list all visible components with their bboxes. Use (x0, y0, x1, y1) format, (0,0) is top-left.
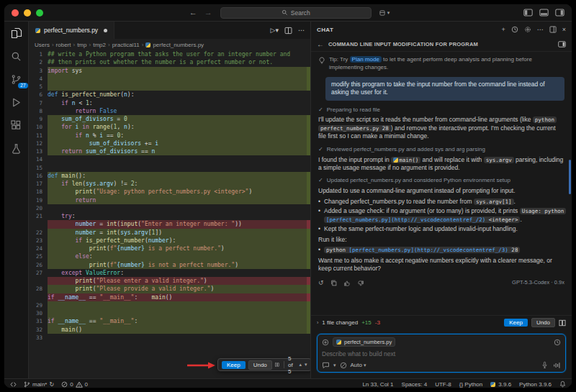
forward-icon[interactable]: → (201, 9, 216, 17)
mode-chevron-icon[interactable]: ▾ (333, 363, 336, 368)
keep-button[interactable]: Keep (222, 361, 246, 369)
profile-button[interactable]: ▾ (376, 9, 393, 17)
history-icon[interactable] (511, 26, 518, 33)
panel-layout-icon[interactable] (558, 41, 566, 47)
python-interpreter[interactable]: 3.9.6 (490, 381, 511, 388)
editor-more-icon[interactable]: ⋯ (298, 27, 305, 34)
code-line[interactable]: 32 main() (29, 326, 310, 334)
code-line[interactable]: 22 number = int(sys.argv[1]) (29, 229, 310, 237)
breadcrumb-item[interactable]: tmp (77, 42, 86, 48)
code-line[interactable]: 4 (29, 75, 310, 83)
expand-changes-icon[interactable]: › (317, 320, 318, 325)
chat-prompt-input[interactable] (322, 349, 561, 359)
code-line[interactable]: number = int(input("Enter an integer num… (29, 220, 310, 228)
code-line[interactable]: 19 return (29, 196, 310, 204)
back-icon[interactable]: ← (186, 9, 201, 17)
code-line[interactable]: 25 else: (29, 252, 310, 260)
source-control-icon[interactable]: 27 (8, 72, 25, 86)
code-line[interactable]: 12 sum_of_divisors += i (29, 140, 310, 147)
add-context-icon[interactable] (322, 339, 329, 346)
code-line[interactable]: 27 except ValueError: (29, 269, 310, 277)
code-line[interactable]: 23 if is_perfect_number(number): (29, 237, 310, 245)
code-line[interactable]: 29 (29, 301, 310, 309)
code-line[interactable]: 20 (29, 204, 310, 212)
branch-indicator[interactable]: main* ↻ (24, 381, 54, 388)
model-label[interactable]: GPT-5.3-Codex · 0.9x (512, 279, 564, 286)
zoom-button[interactable] (36, 9, 43, 17)
changes-summary[interactable]: 1 file changed (322, 319, 358, 326)
explorer-icon[interactable] (8, 26, 25, 40)
breadcrumb-item[interactable]: practical11 (112, 42, 140, 48)
language-mode[interactable]: {} Python (459, 381, 482, 388)
problems-indicator[interactable]: 0 0 (61, 381, 88, 388)
session-history-icon[interactable] (554, 339, 561, 346)
code-editor[interactable]: 1## write a Python program that asks the… (29, 50, 310, 378)
run-debug-icon[interactable] (8, 95, 25, 109)
code-line[interactable]: 21 try: (29, 212, 310, 220)
toggle-sidebar-icon[interactable] (523, 9, 533, 17)
toggle-secondary-sidebar-icon[interactable] (555, 9, 564, 17)
code-line[interactable]: 17 if len(sys.argv) != 2: (29, 180, 310, 188)
code-line[interactable]: 24 print(f"{number} is a perfect number.… (29, 245, 310, 252)
open-diff-icon[interactable] (275, 361, 279, 368)
code-line[interactable]: 6def is_perfect_number(n): (29, 91, 310, 99)
code-line[interactable]: print("Please enter a valid integer.") (29, 277, 310, 285)
voice-waveform-icon[interactable] (553, 362, 561, 369)
encoding[interactable]: UTF-8 (435, 381, 451, 388)
testing-icon[interactable] (8, 141, 25, 155)
model-picker[interactable]: Auto▾ (351, 362, 366, 368)
code-line[interactable]: 28 print("Please provide a valid integer… (29, 285, 310, 293)
code-line[interactable]: 33 (29, 334, 310, 342)
copy-icon[interactable] (330, 280, 337, 286)
python-environment[interactable]: Python 3.9.6 (519, 381, 552, 388)
chat-back-icon[interactable]: ← (317, 40, 324, 48)
retry-icon[interactable]: ↺ (318, 278, 324, 287)
code-line[interactable]: 15 (29, 164, 310, 172)
tools-icon[interactable] (340, 362, 347, 369)
bell-icon[interactable] (559, 380, 566, 388)
chat-input-box[interactable]: perfect_numbers.py ▾ Auto▾ (317, 334, 566, 373)
cursor-position[interactable]: Ln 33, Col 1 (362, 381, 393, 388)
remote-indicator[interactable] (10, 381, 17, 388)
code-line[interactable]: 26 print(f"{number} is not a perfect num… (29, 261, 310, 269)
close-button[interactable] (12, 9, 19, 17)
thumbs-up-icon[interactable] (343, 280, 351, 287)
code-line[interactable]: 14 (29, 155, 310, 163)
undo-button[interactable]: Undo (248, 360, 272, 370)
scrollbar-thumb[interactable] (569, 160, 571, 194)
thumbs-down-icon[interactable] (357, 280, 364, 287)
run-python-icon[interactable]: ▷▾ (271, 27, 279, 34)
split-editor-icon[interactable] (284, 27, 292, 35)
code-line[interactable]: 9 sum_of_divisors = 0 (29, 115, 310, 123)
extensions-icon[interactable] (8, 118, 25, 132)
command-center-search[interactable]: Search (220, 7, 372, 19)
keep-all-button[interactable]: Keep (504, 319, 528, 327)
modified-dot-icon[interactable] (104, 29, 107, 32)
breadcrumb-item[interactable]: Users (35, 42, 50, 48)
previous-change-icon[interactable]: ▴ (299, 362, 302, 368)
code-line[interactable]: 16def main(): (29, 172, 310, 180)
gear-icon[interactable] (524, 26, 531, 33)
more-actions-icon[interactable]: ⋯ (537, 26, 544, 33)
search-view-icon[interactable] (8, 49, 25, 63)
code-line[interactable]: 8 return False (29, 107, 310, 115)
code-line[interactable]: 7 if n < 1: (29, 99, 310, 107)
open-in-editor-icon[interactable] (549, 26, 557, 33)
breadcrumb-item[interactable]: perfect_numbers.py (145, 42, 204, 48)
breadcrumb-item[interactable]: robert (56, 42, 71, 48)
code-line[interactable]: 3import sys (29, 67, 310, 75)
chat-messages[interactable]: Tip: Try Plan mode to let the agent perf… (311, 52, 572, 315)
new-chat-icon[interactable]: + (501, 26, 505, 33)
code-line[interactable]: 10 for i in range(1, n): (29, 123, 310, 131)
code-line[interactable]: 1## write a Python program that asks the… (29, 50, 310, 58)
code-line[interactable]: 13 return sum_of_divisors == n (29, 147, 310, 155)
indentation[interactable]: Spaces: 4 (402, 381, 428, 388)
breadcrumb-item[interactable]: tmp2 (93, 42, 106, 48)
next-change-icon[interactable]: ▾ (305, 362, 307, 368)
code-line[interactable]: 11 if n % i == 0: (29, 132, 310, 140)
tab-perfect-numbers[interactable]: perfect_numbers.py (29, 22, 114, 39)
undo-all-button[interactable]: Undo (531, 318, 555, 327)
code-line[interactable]: 2## then prints out whether the number i… (29, 58, 310, 66)
code-line[interactable]: 5 (29, 83, 310, 91)
plan-mode-link[interactable]: Plan mode (350, 56, 382, 63)
